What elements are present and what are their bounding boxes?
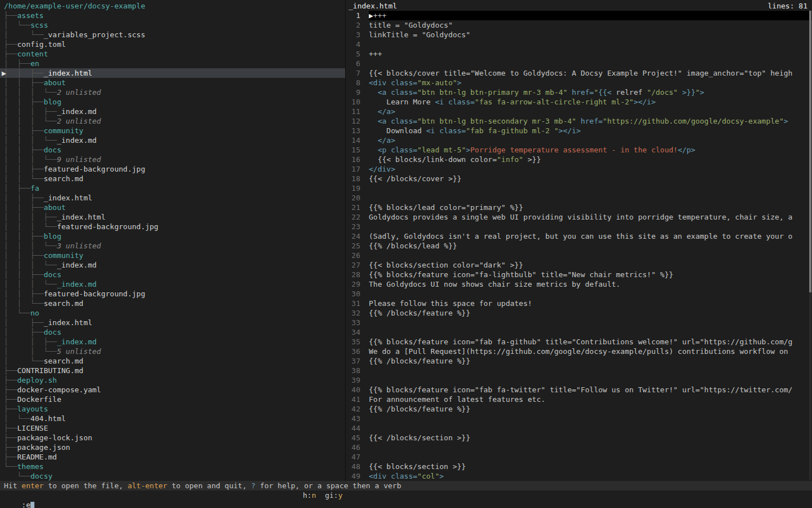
code-line-text: ▶+++ — [369, 11, 812, 20]
tree-item[interactable]: ├──layouts — [0, 404, 345, 414]
scrollbar-thumb[interactable] — [809, 11, 811, 292]
tree-root-path[interactable]: /home/example-user/docsy-example — [0, 1, 345, 11]
code-line: 1▶+++ — [346, 11, 812, 20]
code-token: >}} — [682, 88, 695, 97]
tree-item[interactable]: │ ├──_index.html — [0, 318, 345, 327]
tree-unlisted-count[interactable]: │ │ └──5 unlisted — [0, 347, 345, 356]
tree-item[interactable]: ├──README.md — [0, 452, 345, 462]
tree-item[interactable]: │ │ │ ├──_index.html — [0, 212, 345, 222]
tree-item[interactable]: ▶│ │ ├──_index.html — [0, 68, 345, 78]
code-line-text: {{< /blocks/cover >}} — [369, 174, 812, 183]
tree-item[interactable]: │ ├──en — [0, 59, 345, 68]
code-token: {{< blocks/section color="dark" >}} — [369, 261, 523, 269]
code-line: 45{{< /blocks/section >}} — [346, 433, 812, 443]
code-token: <a — [378, 88, 391, 97]
line-number: 41 — [346, 395, 360, 404]
tree-item[interactable]: │ │ ├──community — [0, 126, 345, 135]
tree-unlisted-count[interactable]: │ │ │ └──2 unlisted — [0, 116, 345, 126]
tree-item[interactable]: │ │ ├──about — [0, 203, 345, 212]
code-line-text: +++ — [369, 49, 812, 59]
tree-item[interactable]: │ ├──docs — [0, 327, 345, 337]
tree-item[interactable]: │ │ │ └──featured-background.jpg — [0, 222, 345, 231]
tree-branch-glyph: │ │ │ └── — [4, 280, 57, 288]
tree-item[interactable]: └──docsy — [0, 471, 345, 481]
tree-unlisted-count[interactable]: │ │ │ └──3 unlisted — [0, 241, 345, 251]
code-token: {{% /blocks/feature %}} — [369, 309, 470, 317]
code-line: 3linkTitle = "Goldydocs" — [346, 30, 812, 40]
tree-item[interactable]: │ │ ├──_index.md — [0, 337, 345, 347]
tree-unlisted-count[interactable]: │ │ │ └──2 unlisted — [0, 87, 345, 97]
tree-item[interactable]: │ │ ├──blog — [0, 97, 345, 107]
tree-item-label: README.md — [17, 453, 56, 461]
tree-item[interactable]: │ │ │ └──_index.md — [0, 135, 345, 145]
tree-item[interactable]: │ │ │ └──_index.md — [0, 279, 345, 289]
tree-item[interactable]: ├──deploy.sh — [0, 375, 345, 385]
line-number: 47 — [346, 452, 360, 462]
tree-branch-glyph: │ │ │ └── — [4, 88, 57, 97]
code-token: relref — [612, 88, 647, 97]
tree-item[interactable]: │ └──404.html — [0, 414, 345, 423]
tree-item[interactable]: ├──Dockerfile — [0, 395, 345, 404]
code-line-text — [369, 375, 812, 385]
tree-item-label: scss — [30, 21, 48, 29]
tree-item[interactable]: │ │ ├──docs — [0, 270, 345, 279]
tree-item-label: _index.md — [57, 338, 96, 346]
tree-item[interactable]: │ │ │ ├──_index.md — [0, 107, 345, 116]
tree-item[interactable]: │ └──scss — [0, 20, 345, 30]
tree-item[interactable]: │ │ └──search.md — [0, 174, 345, 183]
code-token: Porridge temperature assessment - in the… — [470, 146, 678, 154]
tree-item[interactable]: │ └──_variables_project.scss — [0, 30, 345, 40]
tree-item[interactable]: │ │ ├──about — [0, 78, 345, 87]
tree-item[interactable]: │ │ ├──featured-background.jpg — [0, 164, 345, 174]
tree-item[interactable]: │ ├──fa — [0, 183, 345, 193]
tree-item[interactable]: │ │ ├──blog — [0, 231, 345, 241]
code-line: 12 <a class="btn btn-lg btn-secondary mr… — [346, 116, 812, 126]
line-number: 26 — [346, 251, 360, 260]
tree-item[interactable]: ├──package.json — [0, 443, 345, 452]
code-area: 1▶+++2title = "Goldydocs"3linkTitle = "G… — [346, 11, 812, 481]
tree-item[interactable]: ├──config.toml — [0, 40, 345, 49]
tree-item[interactable]: ├──LICENSE — [0, 423, 345, 433]
tree-branch-glyph: │ │ └── — [4, 347, 57, 356]
line-number: 7 — [346, 68, 360, 78]
tree-item[interactable]: ├──content — [0, 49, 345, 59]
code-line: 6 — [346, 59, 812, 68]
command-input[interactable]: :e — [21, 501, 34, 508]
tree-item[interactable]: │ └──no — [0, 308, 345, 318]
tree-item[interactable]: │ └──search.md — [0, 356, 345, 366]
code-line: 36We do a [Pull Request](https://github.… — [346, 347, 812, 356]
code-token: ></i> — [634, 98, 656, 106]
code-token: Goldydocs provides a single web UI provi… — [369, 213, 792, 221]
tree-item[interactable]: │ │ └──search.md — [0, 299, 345, 308]
code-line: 17</div> — [346, 164, 812, 174]
tree-item[interactable]: ├──assets — [0, 11, 345, 20]
tree-branch-glyph: │ │ │ └── — [4, 242, 57, 250]
line-number: 29 — [346, 279, 360, 289]
tree-item[interactable]: │ │ ├──featured-background.jpg — [0, 289, 345, 299]
hint-text: to open and quit, — [167, 481, 251, 490]
code-token: <i — [426, 126, 439, 135]
preview-scrollbar[interactable] — [809, 11, 811, 480]
tree-item[interactable]: ├──docker-compose.yaml — [0, 385, 345, 395]
tree-item[interactable]: │ │ ├──docs — [0, 145, 345, 155]
tree-item[interactable]: │ │ ├──community — [0, 251, 345, 260]
code-line: 23 — [346, 222, 812, 231]
tree-item[interactable]: │ │ ├──_index.html — [0, 193, 345, 203]
line-number: 9 — [346, 87, 360, 97]
code-line: 44 — [346, 423, 812, 433]
tree-item[interactable]: │ │ │ └──_index.md — [0, 260, 345, 270]
tree-item[interactable]: ├──package-lock.json — [0, 433, 345, 443]
code-line-text: {{% blocks/feature icon="fab fa-twitter"… — [369, 385, 812, 395]
line-number: 22 — [346, 212, 360, 222]
code-line: 48{{< blocks/section >}} — [346, 462, 812, 471]
code-line: 41For announcement of latest features et… — [346, 395, 812, 404]
code-line-text: <p class="lead mt-5">Porridge temperatur… — [369, 145, 812, 155]
tree-item-label: no — [30, 309, 39, 317]
code-line: 42{{% /blocks/feature %}} — [346, 404, 812, 414]
tree-branch-glyph: │ │ ├── — [4, 98, 43, 106]
tree-item[interactable]: └──themes — [0, 462, 345, 471]
tree-item[interactable]: ├──CONTRIBUTING.md — [0, 366, 345, 375]
tree-unlisted-count[interactable]: │ │ │ └──9 unlisted — [0, 155, 345, 164]
tree-item-label: package-lock.json — [17, 433, 92, 442]
tree-item-label: LICENSE — [17, 424, 48, 432]
